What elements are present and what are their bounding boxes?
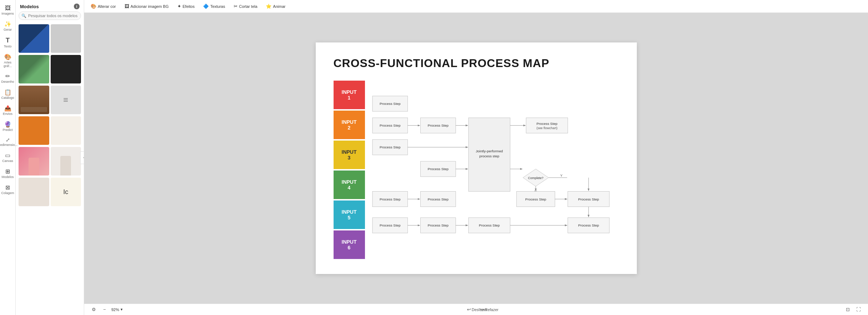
template-row [19,55,81,83]
template-row: Ic [19,178,81,206]
efeitos-icon: ✦ [177,4,181,9]
template-row [19,116,81,145]
top-bar: 🎨 Alterar cor 🖼 Adicionar imagem BG ✦ Ef… [84,0,868,13]
template-thumb[interactable] [51,24,81,53]
colagem-icon: ⊠ [5,184,10,191]
y-label: Y [560,173,563,177]
sidebar-label-envios: Envios [3,112,12,116]
info-icon[interactable]: i [74,4,80,9]
diagram-svg: Process Step Process Step Process Step J… [369,81,619,255]
sidebar-item-images[interactable]: 🖼 Imagens [1,3,15,18]
fullscreen-btn[interactable]: ⛶ [854,306,862,314]
canvas-icon: ▭ [5,152,10,159]
cortar-tela-btn[interactable]: ✂ Cortar tela [232,3,259,10]
template-thumb[interactable] [19,116,49,145]
templates-grid: ≡ Ic [16,23,84,315]
template-thumb[interactable] [51,55,81,83]
desenho-icon: ✏ [5,73,10,80]
sidebar: 🖼 Imagens ✨ Gerar T Texto 🎨 Artes gráf..… [0,0,16,315]
animar-label: Animar [273,4,285,9]
template-thumb[interactable]: Ic [51,178,81,206]
gerar-icon: ✨ [4,21,11,27]
texturas-icon: 🔷 [203,4,209,9]
redo-btn[interactable]: ↪ Refazer [486,306,493,314]
input-box-4: INPUT4 [334,171,365,199]
search-input[interactable] [19,11,81,20]
process-step-6-3-label: Process Step [479,223,500,227]
texturas-btn[interactable]: 🔷 Texturas [201,3,227,10]
settings-btn[interactable]: ⚙ [90,306,98,314]
template-thumb[interactable] [19,86,49,114]
canvas-page: CROSS-FUNCTIONAL PROCESS MAP INPUT1 INPU… [316,42,637,274]
sidebar-label-artes: Artes gráf... [2,61,14,68]
efeitos-btn[interactable]: ✦ Efeitos [175,3,197,10]
panel-header: Modelos i [16,0,84,11]
process-step-6-4-label: Process Step [578,223,599,227]
process-step-1-1-label: Process Step [380,102,401,106]
redo-icon: ↪ [480,307,484,312]
fit-screen-btn[interactable]: ⊡ [844,306,852,314]
sidebar-label-gerar: Gerar [4,28,12,32]
sidebar-item-gerar[interactable]: ✨ Gerar [1,19,15,34]
panel-toggle-btn[interactable]: ‹ [80,151,84,164]
redo-label: Refazer [485,308,499,312]
zoom-out-btn[interactable]: − [101,306,108,314]
sidebar-item-colagem[interactable]: ⊠ Colagem [1,182,15,197]
sidebar-label-redimensio: Redimensio... [0,143,17,147]
texto-icon: T [6,37,10,44]
sidebar-item-artes[interactable]: 🎨 Artes gráf... [1,51,15,70]
flowchart-label-2: (see flowchart) [536,126,557,130]
template-thumb[interactable] [19,24,49,53]
flowchart-label-1: Process Step [536,122,557,126]
alterar-cor-btn[interactable]: 🎨 Alterar cor [88,3,118,10]
input-box-1: INPUT1 [334,81,365,109]
template-thumb[interactable]: ≡ [51,86,81,114]
adicionar-bg-btn[interactable]: 🖼 Adicionar imagem BG [122,3,171,10]
input-box-3: INPUT3 [334,141,365,169]
search-box: 🔍 [19,11,81,20]
color-icon: 🎨 [91,4,96,9]
sidebar-label-colagem: Colagem [1,192,14,195]
sidebar-item-modelos[interactable]: ⊞ Modelos [1,166,15,181]
input-box-6: INPUT6 [334,230,365,259]
efeitos-label: Efeitos [183,4,195,9]
template-thumb[interactable] [19,147,49,176]
sidebar-item-desenho[interactable]: ✏ Desenho [1,71,15,86]
cortar-label: Cortar tela [239,4,257,9]
process-step-5-1-label: Process Step [380,197,401,201]
template-thumb[interactable] [51,116,81,145]
bottom-bar: ⚙ − 92% ▾ ↩ Desfazer ↪ Refazer ⊡ ⛶ [84,304,868,315]
sidebar-item-canvas[interactable]: ▭ Canvas [1,150,15,165]
sidebar-item-redimensio[interactable]: ⤢ Redimensio... [1,135,15,149]
sidebar-item-catalogo[interactable]: 📋 Catálogo [1,87,15,102]
panel-title: Modelos [20,4,39,9]
sidebar-item-texto[interactable]: T Texto [1,35,15,51]
process-step-6-2-label: Process Step [427,223,448,227]
texturas-label: Texturas [210,4,225,9]
process-step-5-3-label: Process Step [525,197,546,201]
process-step-2-1-label: Process Step [380,123,401,127]
template-thumb[interactable] [51,147,81,176]
animar-icon: ⭐ [266,4,271,9]
template-thumb[interactable] [19,178,49,206]
zoom-value: 92% [111,308,119,312]
artes-icon: 🎨 [4,54,11,60]
bg-icon: 🖼 [125,4,129,9]
predict-icon: 🔮 [4,121,11,128]
sidebar-label-images: Imagens [1,12,14,16]
templates-panel: Modelos i 🔍 [16,0,84,315]
search-icon: 🔍 [21,14,26,18]
input-box-5: INPUT5 [334,200,365,229]
adicionar-bg-label: Adicionar imagem BG [131,4,169,9]
sidebar-label-canvas: Canvas [2,159,13,163]
redimensio-icon: ⤢ [6,137,10,143]
process-step-2-2-label: Process Step [427,123,448,127]
sidebar-item-envios[interactable]: 📤 Envios [1,103,15,118]
sidebar-item-predict[interactable]: 🔮 Predict [1,119,15,134]
diagram-title: CROSS-FUNCTIONAL PROCESS MAP [334,57,619,70]
canvas-container[interactable]: CROSS-FUNCTIONAL PROCESS MAP INPUT1 INPU… [84,13,868,304]
jointly-label-1: Jointly-performed [476,149,503,153]
template-thumb[interactable] [19,55,49,83]
zoom-control[interactable]: 92% ▾ [111,307,123,312]
animar-btn[interactable]: ⭐ Animar [264,3,288,10]
